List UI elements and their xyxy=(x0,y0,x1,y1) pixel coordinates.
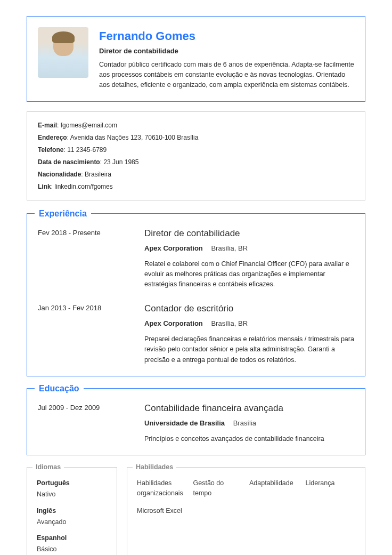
avatar xyxy=(38,27,88,78)
entry-title: Contabilidade financeira avançada xyxy=(144,401,354,415)
contact-value: Brasileira xyxy=(85,171,111,178)
contact-label: Nacionalidade xyxy=(38,171,81,178)
person-name: Fernando Gomes xyxy=(99,27,354,45)
skill-item: Microsoft Excel xyxy=(137,506,187,516)
section-title: Habilidades xyxy=(133,462,176,472)
experience-section: Experiência Fev 2018 - Presente Diretor … xyxy=(27,213,365,376)
contact-link: Link: linkedin.com/fgomes xyxy=(38,182,354,191)
language-name: Espanhol xyxy=(37,533,107,543)
contact-address: Endereço: Avenida das Nações 123, 70610-… xyxy=(38,133,354,142)
skills-grid: Habilidades organizacionais Gestão do te… xyxy=(137,478,355,516)
contact-label: Telefone xyxy=(38,146,63,154)
contact-label: Endereço xyxy=(38,134,67,141)
entry-loc: Brasília xyxy=(233,419,256,427)
entry-title: Diretor de contabilidade xyxy=(144,227,354,240)
header-content: Fernando Gomes Diretor de contabilidade … xyxy=(99,27,354,91)
contact-label: E-mail xyxy=(38,122,57,129)
languages-section: Idiomas Português Nativo Inglês Avançado… xyxy=(27,467,117,555)
entry-date: Jul 2009 - Dez 2009 xyxy=(38,401,134,444)
entry-subtitle: Universidade de Brasília Brasília xyxy=(144,418,354,429)
skill-item: Habilidades organizacionais xyxy=(137,478,187,498)
experience-entry: Jan 2013 - Fev 2018 Contador de escritór… xyxy=(38,302,354,365)
entry-loc: Brasília, BR xyxy=(211,244,248,252)
skills-section: Habilidades Habilidades organizacionais … xyxy=(127,467,365,555)
language-level: Nativo xyxy=(37,489,107,500)
entry-content: Diretor de contabilidade Apex Corporatio… xyxy=(144,227,354,290)
person-summary: Contador público certificado com mais de… xyxy=(99,60,354,91)
language-item: Inglês Avançado xyxy=(37,506,107,527)
language-level: Avançado xyxy=(37,517,107,527)
section-title: Experiência xyxy=(35,207,91,220)
entry-subtitle: Apex Corporation Brasília, BR xyxy=(144,243,354,254)
entry-date: Fev 2018 - Presente xyxy=(38,227,134,290)
contact-value: 23 Jun 1985 xyxy=(103,158,138,166)
section-title: Educação xyxy=(35,382,84,395)
contact-value: Avenida das Nações 123, 70610-100 Brasíl… xyxy=(70,134,199,141)
entry-content: Contabilidade financeira avançada Univer… xyxy=(144,401,354,444)
entry-org: Apex Corporation xyxy=(144,244,203,252)
experience-entry: Fev 2018 - Presente Diretor de contabili… xyxy=(38,227,354,290)
person-title: Diretor de contabilidade xyxy=(99,46,354,57)
education-section: Educação Jul 2009 - Dez 2009 Contabilida… xyxy=(27,388,365,455)
entry-subtitle: Apex Corporation Brasília, BR xyxy=(144,318,354,329)
contact-phone: Telefone: 11 2345-6789 xyxy=(38,145,354,155)
skill-item: Gestão do tempo xyxy=(193,478,243,498)
entry-desc: Princípios e conceitos avançados de cont… xyxy=(144,434,354,444)
entry-org: Apex Corporation xyxy=(144,319,203,327)
contact-dob: Data de nascimiento: 23 Jun 1985 xyxy=(38,157,354,167)
entry-org: Universidade de Brasília xyxy=(144,419,225,427)
language-name: Português xyxy=(37,478,107,488)
entry-desc: Preparei declarações financeiras e relat… xyxy=(144,334,354,365)
contact-box: E-mail: fgomes@email.com Endereço: Aveni… xyxy=(27,111,365,200)
language-item: Português Nativo xyxy=(37,478,107,500)
entry-loc: Brasília, BR xyxy=(211,319,248,327)
section-title: Idiomas xyxy=(32,462,64,472)
language-level: Básico xyxy=(37,544,107,554)
entry-date: Jan 2013 - Fev 2018 xyxy=(38,302,134,365)
entry-title: Contador de escritório xyxy=(144,302,354,316)
entry-content: Contador de escritório Apex Corporation … xyxy=(144,302,354,365)
contact-email: E-mail: fgomes@email.com xyxy=(38,120,354,130)
skill-item: Adaptabilidade xyxy=(249,478,299,498)
language-name: Inglês xyxy=(37,506,107,516)
contact-value: fgomes@email.com xyxy=(61,122,117,129)
contact-label: Data de nascimiento xyxy=(38,158,100,166)
bottom-row: Idiomas Português Nativo Inglês Avançado… xyxy=(27,467,365,555)
language-item: Espanhol Básico xyxy=(37,533,107,554)
contact-label: Link xyxy=(38,183,51,190)
entry-desc: Relatei e colaborei com o Chief Financia… xyxy=(144,259,354,290)
contact-value: 11 2345-6789 xyxy=(67,146,107,154)
contact-nationality: Nacionalidade: Brasileira xyxy=(38,170,354,179)
skill-item: Liderança xyxy=(306,478,356,498)
education-entry: Jul 2009 - Dez 2009 Contabilidade financ… xyxy=(38,401,354,444)
contact-value: linkedin.com/fgomes xyxy=(54,183,112,190)
header-box: Fernando Gomes Diretor de contabilidade … xyxy=(27,16,365,102)
